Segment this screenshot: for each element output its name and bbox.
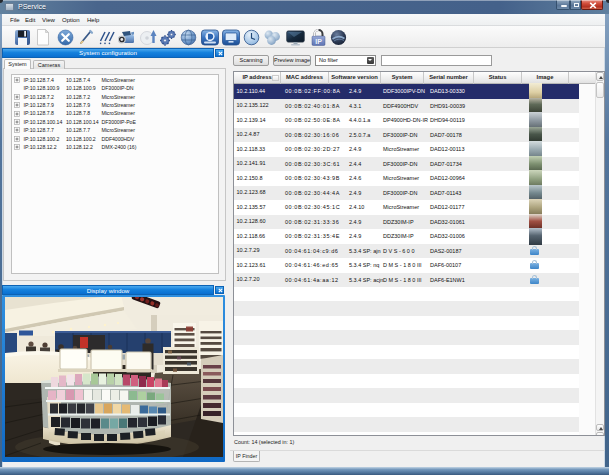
svg-text:IP: IP <box>315 37 322 44</box>
